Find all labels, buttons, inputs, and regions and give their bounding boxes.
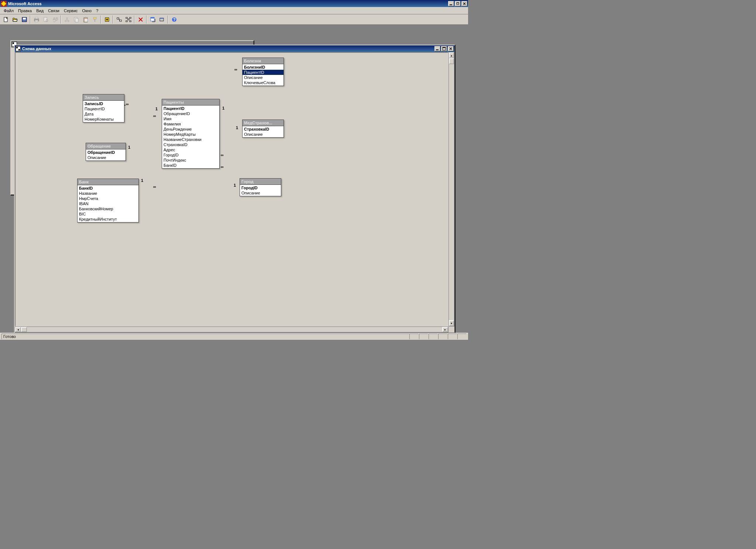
scroll-left-icon[interactable]: ◂ <box>15 327 21 332</box>
field[interactable]: BIC <box>78 211 138 217</box>
open-icon[interactable] <box>11 15 19 24</box>
field[interactable]: ЗаписьID <box>83 101 124 106</box>
field[interactable]: Дата <box>83 111 124 117</box>
field[interactable]: БанковскийНомер <box>78 206 138 211</box>
relationships-canvas[interactable]: ∞ 1 1 ∞ 1 ∞ 1 ∞ ∞ 1 ∞ 1 Запись ЗаписьID … <box>15 52 449 327</box>
table-bank[interactable]: Банк БанкID Название НмрСчета IBAN Банко… <box>77 179 139 222</box>
field[interactable]: ПациентID <box>243 70 284 75</box>
field[interactable]: ПочтИндекс <box>162 158 219 163</box>
svg-rect-20 <box>93 17 96 19</box>
field[interactable]: Имя <box>162 116 219 121</box>
field[interactable]: ОбращениеID <box>86 150 126 155</box>
table-title[interactable]: Обращение <box>86 143 126 149</box>
paste-icon[interactable] <box>81 15 90 24</box>
field[interactable]: БанкID <box>162 163 219 168</box>
field[interactable]: КлючевыеСлова <box>243 80 284 85</box>
field[interactable]: БанкID <box>78 186 138 191</box>
copy-icon[interactable] <box>72 15 80 24</box>
field[interactable]: ДеньРождение <box>162 127 219 132</box>
field[interactable]: Описание <box>243 132 284 137</box>
field[interactable]: Название <box>78 191 138 196</box>
office-links-icon[interactable] <box>148 15 157 24</box>
svg-rect-16 <box>75 18 78 22</box>
menu-tools[interactable]: Сервис <box>62 8 80 14</box>
scroll-thumb[interactable] <box>449 58 454 64</box>
minimize-button[interactable] <box>448 1 454 6</box>
scroll-corner <box>449 327 454 332</box>
table-title[interactable]: МедСтрахов... <box>243 120 284 126</box>
close-button[interactable] <box>461 1 467 6</box>
field[interactable]: НмрСчета <box>78 196 138 201</box>
restore-button[interactable] <box>455 1 461 6</box>
status-bar: Готово <box>0 333 468 340</box>
mdi-area: Схема данных <box>0 25 468 333</box>
field[interactable]: ГородID <box>162 152 219 158</box>
menu-help[interactable]: ? <box>94 8 100 14</box>
status-pane <box>429 334 438 339</box>
field[interactable]: ПациентID <box>162 106 219 111</box>
rel-one: 1 <box>236 125 238 130</box>
table-zapis[interactable]: Запись ЗаписьID ПациентID Дата НомерКомн… <box>83 94 124 122</box>
table-title[interactable]: Болезни <box>243 58 284 64</box>
field[interactable]: Описание <box>240 190 281 196</box>
analyze-icon[interactable] <box>158 15 166 24</box>
scroll-right-icon[interactable]: ▸ <box>442 327 448 332</box>
rel-one: 1 <box>141 178 144 183</box>
field[interactable]: IBAN <box>78 201 138 206</box>
table-title[interactable]: Запись <box>83 94 124 101</box>
field[interactable]: Адрес <box>162 147 219 152</box>
new-icon[interactable] <box>1 15 10 24</box>
table-obrash[interactable]: Обращение ОбращениеID Описание <box>86 143 126 161</box>
table-gorod[interactable]: Город ГородID Описание <box>240 178 281 196</box>
show-all-icon[interactable] <box>124 15 133 24</box>
title-bar: Microsoft Access <box>0 0 468 7</box>
field[interactable]: СтраховкаID <box>162 142 219 147</box>
menu-window[interactable]: Окно <box>80 8 94 14</box>
table-title[interactable]: Город <box>240 179 281 185</box>
child-titlebar[interactable]: Схема данных <box>15 45 454 52</box>
table-patients[interactable]: Пациенты ПациентID ОбращениеID Имя Фамил… <box>162 99 220 169</box>
format-painter-icon[interactable] <box>90 15 99 24</box>
relationships-icon <box>16 46 21 51</box>
spelling-icon[interactable]: ABC <box>51 15 59 24</box>
help-icon[interactable]: ? <box>170 15 178 24</box>
field[interactable]: КредитныйИнститут <box>78 217 138 222</box>
menu-view[interactable]: Вид <box>34 8 46 14</box>
scroll-up-icon[interactable]: ▴ <box>449 52 454 58</box>
child-maximize-button[interactable] <box>441 46 447 51</box>
table-title[interactable]: Пациенты <box>162 99 219 106</box>
field[interactable]: БолезниID <box>243 65 284 70</box>
menu-edit[interactable]: Правка <box>16 8 34 14</box>
separator <box>30 15 31 24</box>
field[interactable]: СтраховкаID <box>243 127 284 132</box>
cut-icon[interactable] <box>63 15 71 24</box>
field[interactable]: Описание <box>243 75 284 80</box>
save-icon[interactable] <box>20 15 28 24</box>
table-bolezni[interactable]: Болезни БолезниID ПациентID Описание Клю… <box>242 58 284 86</box>
menu-file[interactable]: Файл <box>1 8 16 14</box>
vertical-scrollbar[interactable]: ▴ ▾ <box>449 52 454 327</box>
svg-rect-26 <box>130 17 131 18</box>
table-title[interactable]: Банк <box>78 179 138 185</box>
scroll-down-icon[interactable]: ▾ <box>449 320 454 326</box>
menu-relationships[interactable]: Связи <box>46 8 62 14</box>
child-minimize-button[interactable] <box>434 46 440 51</box>
field[interactable]: НазваниеСтраховки <box>162 137 219 142</box>
child-close-button[interactable] <box>448 46 454 51</box>
table-medstrah[interactable]: МедСтрахов... СтраховкаID Описание <box>242 120 284 138</box>
delete-icon[interactable] <box>136 15 145 24</box>
new-object-icon[interactable] <box>103 15 111 24</box>
field[interactable]: ПациентID <box>83 106 124 111</box>
field[interactable]: Описание <box>86 155 126 160</box>
preview-icon[interactable] <box>41 15 50 24</box>
svg-rect-9 <box>35 20 38 22</box>
show-table-icon[interactable] <box>115 15 123 24</box>
field[interactable]: Фамилия <box>162 121 219 127</box>
field[interactable]: ГородID <box>240 185 281 190</box>
horizontal-scrollbar[interactable]: ◂ ▸ <box>15 327 449 332</box>
print-icon[interactable] <box>32 15 41 24</box>
field[interactable]: ОбращениеID <box>162 111 219 116</box>
field[interactable]: НомерМедКарты <box>162 132 219 137</box>
scroll-thumb[interactable] <box>21 327 27 332</box>
field[interactable]: НомерКомнаты <box>83 117 124 122</box>
